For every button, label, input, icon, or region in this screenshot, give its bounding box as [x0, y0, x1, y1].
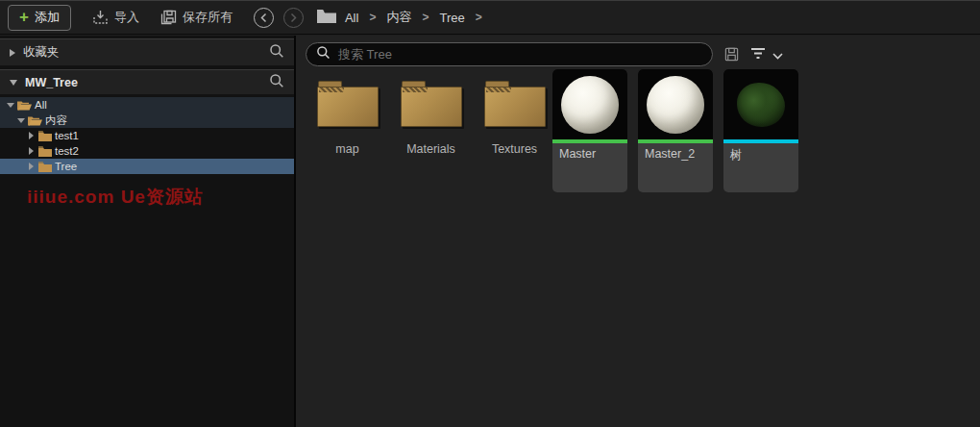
breadcrumb-label[interactable]: All [345, 11, 358, 25]
save-search-icon[interactable] [724, 47, 739, 62]
breadcrumb-label[interactable]: Tree [439, 11, 464, 25]
tree-item[interactable]: 内容 [0, 113, 294, 128]
search-input[interactable]: 搜索 Tree [306, 42, 713, 66]
import-button[interactable]: 导入 [92, 9, 139, 26]
breadcrumb-item: Tree > [439, 11, 492, 25]
asset-thumbnail [723, 69, 798, 139]
search-row: 搜索 Tree [296, 36, 980, 66]
folder-icon [484, 81, 546, 127]
import-button-label: 导入 [114, 9, 139, 26]
folder-closed-icon [38, 131, 52, 141]
tree-item[interactable]: Tree [0, 159, 294, 174]
folder-open-icon [17, 100, 32, 111]
watermark-text: iiiue.com Ue资源站 [27, 185, 204, 210]
save-all-button[interactable]: 保存所有 [160, 9, 233, 26]
asset-thumbnail [552, 69, 627, 139]
folder-tile[interactable]: map [306, 69, 389, 156]
collection-label: MW_Tree [25, 76, 269, 89]
asset-tile[interactable]: Master [552, 69, 627, 192]
filter-icon [750, 46, 766, 63]
folder-name: map [335, 142, 358, 156]
asset-grid: map Materials Textures Master Master_2 [296, 66, 980, 192]
folder-open-icon [28, 115, 42, 126]
chevron-down-icon [10, 80, 17, 86]
forward-button[interactable] [283, 8, 304, 28]
breadcrumb-separator-icon: > [369, 11, 376, 24]
save-all-icon [160, 10, 177, 25]
breadcrumb: All > 内容 > Tree > [345, 9, 493, 26]
add-button[interactable]: + 添加 [8, 5, 71, 31]
folder-closed-icon [38, 146, 52, 157]
back-button[interactable] [254, 8, 274, 28]
folder-name: Textures [492, 142, 537, 156]
favorites-header[interactable]: 收藏夹 [0, 38, 294, 65]
folder-tree: All 内容 test1 test2 Tree [0, 97, 294, 174]
asset-tile[interactable]: 树 [723, 69, 798, 192]
tree-item-label: test2 [55, 145, 79, 157]
asset-name: 树 [723, 143, 798, 167]
folder-tile[interactable]: Materials [389, 69, 473, 156]
folder-closed-icon [38, 162, 52, 172]
favorites-label: 收藏夹 [23, 44, 269, 61]
material-sphere-icon [647, 76, 704, 134]
material-sphere-icon [561, 76, 619, 134]
tree-mesh-icon [737, 83, 785, 127]
folder-icon [317, 81, 379, 127]
chevron-right-icon [10, 49, 15, 57]
sources-panel: 收藏夹 MW_Tree All 内容 test1 test2 [0, 36, 294, 427]
expander-icon[interactable] [29, 147, 34, 155]
filter-button[interactable] [750, 46, 783, 63]
expander-icon[interactable] [17, 118, 25, 123]
tree-item-label: test1 [55, 130, 79, 141]
tree-item-label: All [35, 99, 47, 111]
breadcrumb-separator-icon: > [476, 11, 482, 24]
asset-thumbnail [638, 69, 713, 139]
favorites-search-icon[interactable] [269, 43, 284, 63]
tree-item-label: Tree [55, 161, 77, 172]
toolbar: + 添加 导入 保存所有 All > [0, 0, 980, 35]
tree-item[interactable]: All [0, 97, 294, 113]
search-placeholder: 搜索 Tree [338, 46, 392, 63]
history-nav [254, 8, 304, 28]
collection-search-icon[interactable] [269, 73, 284, 92]
tree-item[interactable]: test1 [0, 128, 294, 143]
expander-icon[interactable] [29, 163, 34, 170]
import-icon [92, 10, 109, 25]
folder-group: map Materials Textures [306, 69, 556, 156]
collection-header[interactable]: MW_Tree [0, 69, 294, 94]
breadcrumb-label[interactable]: 内容 [386, 9, 411, 26]
add-button-label: 添加 [35, 9, 60, 26]
asset-group: Master Master_2 树 [552, 69, 798, 192]
asset-panel: 搜索 Tree map [296, 36, 980, 427]
tree-item-label: 内容 [45, 113, 67, 128]
asset-tile[interactable]: Master_2 [638, 69, 713, 192]
breadcrumb-separator-icon: > [422, 11, 429, 24]
tree-item[interactable]: test2 [0, 143, 294, 159]
folder-icon [401, 81, 462, 127]
current-folder-icon [317, 9, 336, 27]
search-icon [316, 45, 331, 63]
plus-icon: + [19, 9, 29, 25]
asset-name: Master [552, 143, 627, 164]
breadcrumb-item: All > [345, 11, 386, 25]
expander-icon[interactable] [7, 103, 14, 108]
asset-name: Master_2 [638, 143, 713, 164]
expander-icon[interactable] [29, 132, 34, 139]
folder-name: Materials [406, 142, 455, 156]
content-browser-window: + 添加 导入 保存所有 All > [0, 0, 980, 427]
save-all-button-label: 保存所有 [183, 9, 233, 26]
filter-chevron-down-icon [772, 46, 783, 63]
folder-tile[interactable]: Textures [473, 69, 556, 156]
breadcrumb-item: 内容 > [386, 9, 439, 26]
